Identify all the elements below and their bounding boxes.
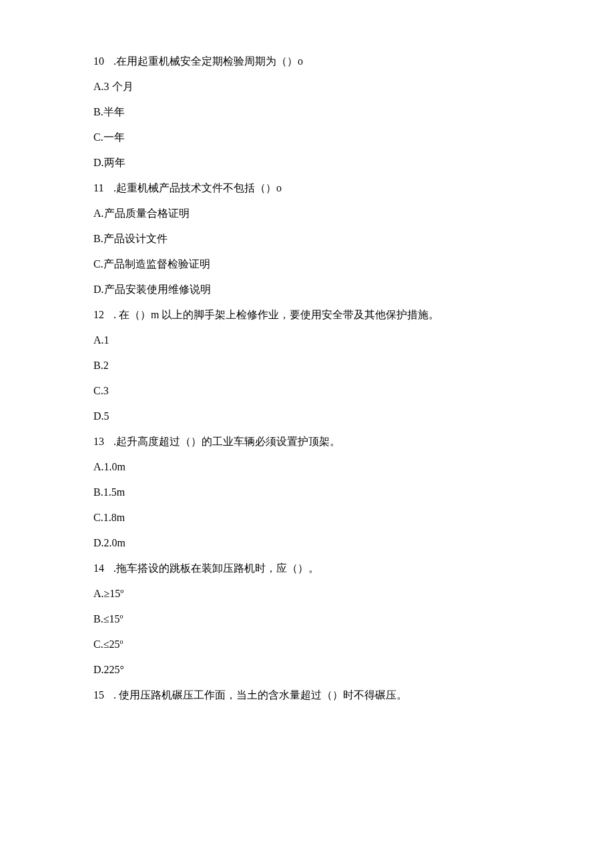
option-d: D.产品安装使用维修说明 bbox=[93, 282, 521, 298]
question-text: 14 .拖车搭设的跳板在装卸压路机时，应（）。 bbox=[93, 560, 521, 576]
question-text: 12 . 在（）m 以上的脚手架上检修作业，要使用安全带及其他保护措施。 bbox=[93, 307, 521, 323]
option-b: B.2 bbox=[93, 358, 521, 374]
question-body: .在用起重机械安全定期检验周期为（）o bbox=[113, 55, 303, 67]
question-number: 12 bbox=[93, 307, 111, 323]
option-d: D.2.0m bbox=[93, 535, 521, 551]
question-13: 13 .起升高度超过（）的工业车辆必须设置护顶架。 A.1.0m B.1.5m … bbox=[93, 434, 521, 551]
question-body: .拖车搭设的跳板在装卸压路机时，应（）。 bbox=[113, 562, 319, 574]
option-d: D.5 bbox=[93, 408, 521, 424]
option-b: B.≤15º bbox=[93, 611, 521, 627]
question-text: 11 .起重机械产品技术文件不包括（）o bbox=[93, 180, 521, 196]
option-b: B.半年 bbox=[93, 104, 521, 120]
option-c: C.≤25º bbox=[93, 636, 521, 653]
option-b: B.1.5m bbox=[93, 484, 521, 500]
question-number: 15 bbox=[93, 687, 111, 703]
question-number: 13 bbox=[93, 434, 111, 450]
question-body: . 使用压路机碾压工作面，当土的含水量超过（）时不得碾压。 bbox=[113, 689, 407, 701]
option-d: D.225° bbox=[93, 662, 521, 678]
question-number: 11 bbox=[93, 180, 111, 196]
option-c: C.产品制造监督检验证明 bbox=[93, 256, 521, 272]
question-body: . 在（）m 以上的脚手架上检修作业，要使用安全带及其他保护措施。 bbox=[113, 309, 439, 320]
option-d: D.两年 bbox=[93, 155, 521, 171]
option-a: A.≥15º bbox=[93, 586, 521, 602]
question-text: 15 . 使用压路机碾压工作面，当土的含水量超过（）时不得碾压。 bbox=[93, 687, 521, 703]
question-text: 10 .在用起重机械安全定期检验周期为（）o bbox=[93, 53, 521, 69]
question-15: 15 . 使用压路机碾压工作面，当土的含水量超过（）时不得碾压。 bbox=[93, 687, 521, 703]
question-number: 10 bbox=[93, 53, 111, 69]
option-a: A.产品质量合格证明 bbox=[93, 205, 521, 222]
question-14: 14 .拖车搭设的跳板在装卸压路机时，应（）。 A.≥15º B.≤15º C.… bbox=[93, 560, 521, 678]
question-body: .起升高度超过（）的工业车辆必须设置护顶架。 bbox=[113, 436, 340, 447]
question-11: 11 .起重机械产品技术文件不包括（）o A.产品质量合格证明 B.产品设计文件… bbox=[93, 180, 521, 298]
option-a: A.3 个月 bbox=[93, 79, 521, 95]
option-a: A.1 bbox=[93, 332, 521, 348]
question-body: .起重机械产品技术文件不包括（）o bbox=[113, 182, 282, 193]
option-c: C.一年 bbox=[93, 129, 521, 145]
question-12: 12 . 在（）m 以上的脚手架上检修作业，要使用安全带及其他保护措施。 A.1… bbox=[93, 307, 521, 424]
option-c: C.3 bbox=[93, 383, 521, 399]
question-number: 14 bbox=[93, 560, 111, 576]
option-b: B.产品设计文件 bbox=[93, 231, 521, 247]
option-c: C.1.8m bbox=[93, 510, 521, 526]
option-a: A.1.0m bbox=[93, 459, 521, 475]
question-10: 10 .在用起重机械安全定期检验周期为（）o A.3 个月 B.半年 C.一年 … bbox=[93, 53, 521, 171]
question-text: 13 .起升高度超过（）的工业车辆必须设置护顶架。 bbox=[93, 434, 521, 450]
